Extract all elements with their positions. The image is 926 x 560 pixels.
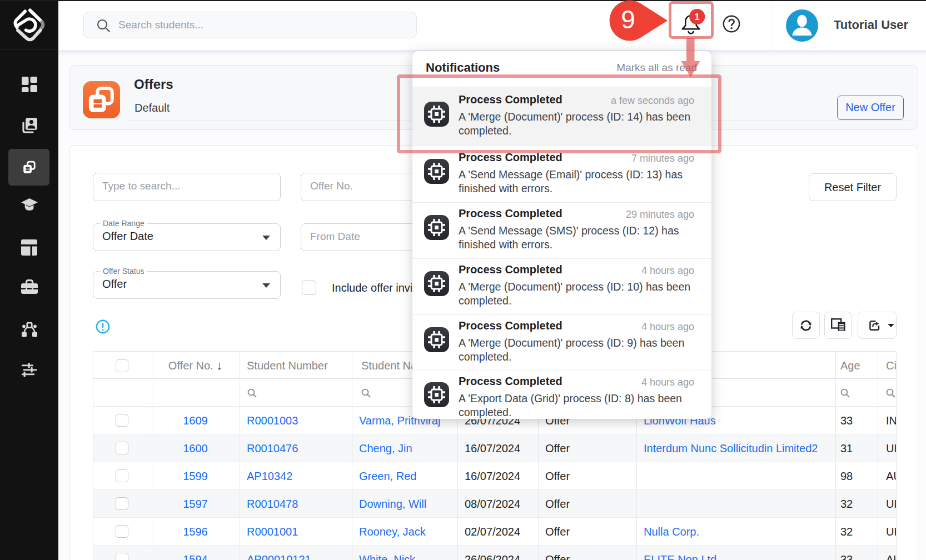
svg-text:9: 9 (621, 5, 635, 34)
